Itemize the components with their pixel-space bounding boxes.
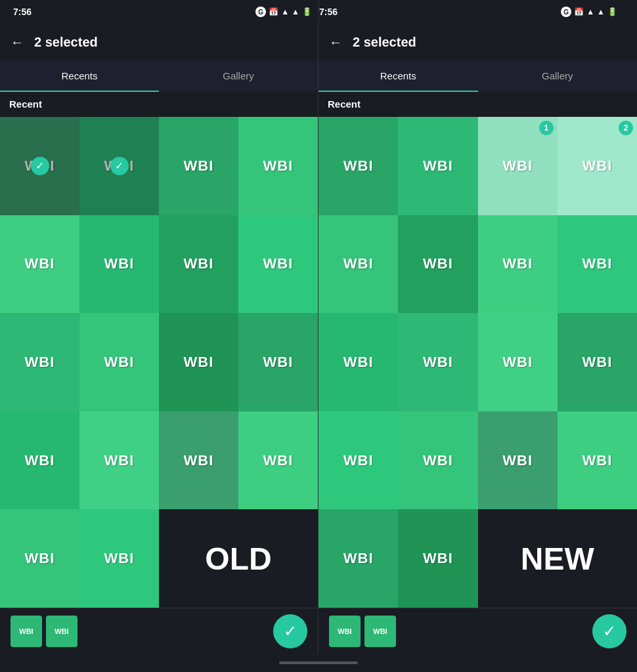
grid-cell[interactable]: WBI — [0, 313, 79, 411]
wbi-label: WBI — [263, 255, 294, 272]
wbi-label: WBI — [184, 158, 214, 175]
grid-cell-selected-2[interactable]: 2 WBI — [558, 117, 637, 215]
status-bar-right: 7:56 G 📅 ▲ ▲ 🔋 — [318, 0, 624, 24]
status-bar: 7:56 G 📅 ▲ ▲ 🔋 7:56 G 📅 ▲ ▲ 🔋 — [0, 0, 637, 24]
bottom-thumb-label: WBI — [338, 627, 351, 635]
wifi-icon-left: ▲ — [281, 7, 289, 16]
battery-icon-left: 🔋 — [302, 7, 312, 16]
bottom-thumb-2-left[interactable]: WBI — [46, 616, 77, 647]
grid-cell[interactable]: WBI — [0, 411, 79, 510]
battery-icon-right: 🔋 — [607, 7, 617, 16]
tab-recents-right[interactable]: Recents — [318, 60, 478, 92]
grid-cell[interactable]: WBI — [398, 411, 477, 510]
grid-row-5-left: WBI WBI OLD — [0, 509, 318, 608]
grid-cell[interactable]: WBI — [318, 215, 398, 314]
bottom-thumb-label: WBI — [19, 627, 33, 635]
grid-cell[interactable]: WBI — [79, 509, 159, 608]
wbi-label: WBI — [343, 452, 374, 469]
status-time-left: 7:56 — [13, 7, 32, 17]
grid-cell[interactable]: WBI — [398, 509, 477, 608]
wbi-label: WBI — [502, 158, 533, 175]
grid-cell[interactable]: WBI — [398, 215, 477, 314]
grid-cell[interactable]: WBI — [79, 215, 159, 314]
wbi-label: WBI — [423, 158, 453, 175]
grid-cell-selected-1[interactable]: 1 WBI — [478, 117, 558, 215]
grid-cell[interactable]: WBI — [159, 215, 238, 314]
grid-cell[interactable]: WBI — [398, 313, 477, 411]
grid-cell[interactable]: WBI — [79, 411, 159, 510]
tab-gallery-right[interactable]: Gallery — [478, 60, 638, 92]
grid-cell[interactable]: WBI — [318, 509, 398, 608]
grid-cell[interactable]: WBI — [318, 411, 398, 510]
grid-cell[interactable]: WBI — [159, 117, 238, 215]
wbi-label: WBI — [502, 452, 533, 469]
wbi-label: WBI — [582, 354, 612, 371]
wbi-label: WBI — [25, 550, 55, 567]
wbi-label: WBI — [25, 354, 55, 371]
grid-cell[interactable]: WBI — [318, 117, 398, 215]
grid-row-1-right: WBI WBI 1 WBI 2 WBI — [318, 117, 637, 215]
panel-right-header: ← 2 selected — [318, 24, 637, 60]
grid-cell[interactable]: WBI — [0, 215, 79, 314]
tab-gallery-left[interactable]: Gallery — [159, 60, 318, 92]
wbi-label: WBI — [104, 354, 135, 371]
grid-row-3-right: WBI WBI WBI WBI — [318, 313, 637, 411]
selected-title-right: 2 selected — [353, 35, 416, 50]
status-time-right: 7:56 — [319, 7, 338, 17]
selected-title-left: 2 selected — [34, 35, 98, 50]
grid-cell[interactable]: WBI — [238, 215, 318, 314]
check-circle: ✓ — [110, 157, 129, 175]
grid-cell[interactable]: WBI — [558, 215, 637, 314]
confirm-button-left[interactable]: ✓ — [273, 614, 307, 648]
bottom-thumb-2-right[interactable]: WBI — [364, 616, 396, 647]
grid-cell[interactable]: WBI — [159, 411, 238, 510]
grid-cell[interactable]: ✓ WBI — [79, 117, 159, 215]
grid-left: ✓ WBI ✓ WBI WBI WBI — [0, 117, 318, 608]
wbi-label: WBI — [343, 255, 374, 272]
bottom-thumb-1-right[interactable]: WBI — [329, 616, 361, 647]
selection-badge-1: 1 — [539, 121, 554, 135]
wbi-label: WBI — [582, 452, 612, 469]
tabs-left: Recents Gallery — [0, 60, 318, 92]
home-bar — [279, 662, 358, 664]
wbi-label: WBI — [343, 550, 374, 567]
grid-cell[interactable]: ✓ WBI — [0, 117, 79, 215]
grid-cell[interactable]: WBI — [238, 117, 318, 215]
check-icon-right: ✓ — [603, 622, 616, 640]
grid-cell[interactable]: WBI — [238, 411, 318, 510]
tabs-right: Recents Gallery — [318, 60, 637, 92]
bottom-thumb-label: WBI — [55, 627, 68, 635]
wbi-label: WBI — [184, 255, 214, 272]
confirm-button-right[interactable]: ✓ — [592, 614, 626, 648]
wbi-label: WBI — [184, 354, 214, 371]
wbi-label: WBI — [582, 255, 612, 272]
bottom-thumb-1-left[interactable]: WBI — [11, 616, 42, 647]
grid-cell[interactable]: WBI — [478, 215, 558, 314]
new-label-cell: NEW — [478, 509, 638, 608]
wbi-label: WBI — [263, 158, 294, 175]
wbi-label: WBI — [502, 255, 533, 272]
check-overlay: ✓ — [0, 117, 79, 215]
wbi-label: WBI — [502, 354, 533, 371]
back-button-right[interactable]: ← — [329, 35, 342, 50]
grid-cell[interactable]: WBI — [159, 313, 238, 411]
wbi-label: WBI — [263, 452, 294, 469]
tab-recents-left[interactable]: Recents — [0, 60, 159, 92]
status-icons-left: G 📅 ▲ ▲ 🔋 — [255, 7, 312, 17]
grid-cell[interactable]: WBI — [478, 411, 558, 510]
grid-cell[interactable]: WBI — [558, 313, 637, 411]
grid-cell[interactable]: WBI — [398, 117, 477, 215]
grid-cell[interactable]: WBI — [478, 313, 558, 411]
back-button-left[interactable]: ← — [11, 35, 24, 50]
status-bar-left: 7:56 G 📅 ▲ ▲ 🔋 — [13, 0, 318, 24]
bottom-bar-left: WBI WBI ✓ — [0, 608, 318, 654]
grid-cell[interactable]: WBI — [0, 509, 79, 608]
grid-cell[interactable]: WBI — [318, 313, 398, 411]
wifi-icon-right: ▲ — [586, 7, 594, 16]
google-icon-left: G — [255, 7, 266, 17]
grid-cell[interactable]: WBI — [238, 313, 318, 411]
grid-cell[interactable]: WBI — [558, 411, 637, 510]
grid-cell[interactable]: WBI — [79, 313, 159, 411]
grid-right: WBI WBI 1 WBI 2 WBI WBI — [318, 117, 637, 608]
check-overlay: ✓ — [79, 117, 159, 215]
